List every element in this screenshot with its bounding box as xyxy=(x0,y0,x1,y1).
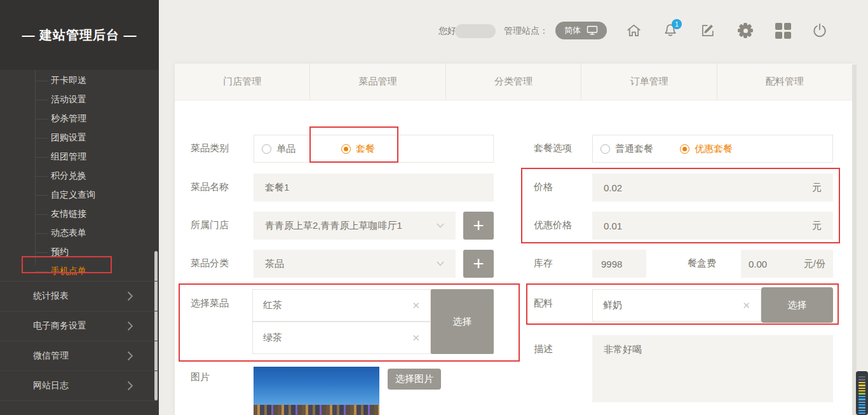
sidebar-item-points-exchange[interactable]: 积分兑换 xyxy=(0,169,159,183)
sidebar-item-activity-settings[interactable]: 活动设置 xyxy=(0,93,159,107)
apps-button[interactable] xyxy=(773,21,792,40)
sidebar-item-dynamic-form[interactable]: 动态表单 xyxy=(0,226,159,240)
tree-tick xyxy=(35,176,48,177)
box-fee-input[interactable]: 0.00 元/份 xyxy=(741,250,833,278)
sidebar-section-wechat-management[interactable]: 微信管理 xyxy=(0,341,159,371)
discount-price-label: 优惠价格 xyxy=(534,219,572,231)
radio-discount-combo[interactable]: 优惠套餐 xyxy=(680,143,733,155)
radio-icon xyxy=(262,144,271,154)
grid-icon xyxy=(775,23,791,39)
tree-tick xyxy=(35,138,48,139)
select-image-button[interactable]: 选择图片 xyxy=(388,369,441,390)
sidebar-item-flash-sale[interactable]: 秒杀管理 xyxy=(0,112,159,126)
ingredient-label: 配料 xyxy=(534,297,553,310)
sidebar-item-custom-query[interactable]: 自定义查询 xyxy=(0,188,159,202)
tab-dish-management[interactable]: 菜品管理 xyxy=(309,64,445,100)
sidebar-item-mobile-ordering[interactable]: 手机点单 xyxy=(0,264,159,278)
store-value: 青青原上草2,青青原上草咖啡厅1 xyxy=(265,220,402,232)
radio-single-dish[interactable]: 单品 xyxy=(262,143,295,155)
price-unit: 元 xyxy=(812,182,822,194)
tab-ingredient-management[interactable]: 配料管理 xyxy=(717,64,852,100)
top-header: 您好 管理站点： 简体 1 xyxy=(159,0,868,64)
button-label: 选择 xyxy=(788,299,807,311)
sidebar-item-label: 团购设置 xyxy=(51,132,86,144)
combo-option-radio-group: 普通套餐 优惠套餐 xyxy=(592,135,833,163)
tree-tick xyxy=(35,195,48,196)
logout-button[interactable] xyxy=(810,21,829,40)
greeting-text: 您好 xyxy=(438,25,456,37)
tree-tick xyxy=(35,119,48,119)
select-ingredient-button[interactable]: 选择 xyxy=(761,287,833,323)
tree-tick xyxy=(35,81,48,81)
store-select[interactable]: 青青原上草2,青青原上草咖啡厅1 xyxy=(254,212,456,240)
monitor-icon xyxy=(587,25,598,36)
classification-select[interactable]: 茶品 xyxy=(254,250,456,278)
sidebar-item-reservation[interactable]: 预约 xyxy=(0,245,159,259)
sidebar: — 建站管理后台 — 开卡即送 活动设置 秒杀管理 团购设置 组团管理 积分兑换… xyxy=(0,0,159,415)
settings-button[interactable] xyxy=(736,21,755,40)
discount-price-unit: 元 xyxy=(812,220,822,232)
language-site-button[interactable]: 简体 xyxy=(555,22,607,39)
section-label: 微信管理 xyxy=(33,350,69,362)
radio-icon-selected xyxy=(341,144,351,154)
select-dishes-button[interactable]: 选择 xyxy=(431,289,494,354)
sidebar-tree-menu: 开卡即送 活动设置 秒杀管理 团购设置 组团管理 积分兑换 自定义查询 友情链接… xyxy=(0,70,159,278)
sidebar-item-free-with-card[interactable]: 开卡即送 xyxy=(0,74,159,88)
tree-tick xyxy=(35,100,48,100)
chevron-right-icon xyxy=(127,291,133,301)
description-textarea[interactable]: 非常好喝 xyxy=(592,335,833,402)
selected-dish-value: 红茶 xyxy=(263,299,282,311)
price-value: 0.02 xyxy=(604,182,622,193)
led-meter-widget xyxy=(856,371,868,415)
managed-site-label: 管理站点： xyxy=(504,25,548,37)
image-label: 图片 xyxy=(191,371,210,383)
price-input[interactable]: 0.02 元 xyxy=(592,173,833,201)
edit-button[interactable] xyxy=(698,21,717,40)
sidebar-sections: 统计报表 电子商务设置 微信管理 网站日志 xyxy=(0,281,159,401)
sidebar-item-friend-links[interactable]: 友情链接 xyxy=(0,207,159,221)
selected-dish-row: 红茶 ✕ xyxy=(252,289,431,322)
sidebar-section-ecommerce-settings[interactable]: 电子商务设置 xyxy=(0,311,159,341)
button-label: 选择 xyxy=(453,316,472,328)
sidebar-section-site-logs[interactable]: 网站日志 xyxy=(0,371,159,401)
panel-scrollbar[interactable] xyxy=(852,65,857,415)
dish-name-input[interactable]: 套餐1 xyxy=(254,173,494,201)
tree-tick xyxy=(35,271,48,272)
tab-category-management[interactable]: 分类管理 xyxy=(445,64,581,100)
sidebar-item-group-buy-settings[interactable]: 团购设置 xyxy=(0,131,159,145)
chevron-right-icon xyxy=(127,351,133,361)
tab-store-management[interactable]: 门店管理 xyxy=(175,64,309,100)
add-classification-button[interactable]: + xyxy=(463,250,494,278)
dish-type-radio-group: 单品 套餐 xyxy=(254,135,494,163)
sidebar-item-label: 手机点单 xyxy=(51,266,86,277)
remove-ingredient-icon[interactable]: ✕ xyxy=(742,300,750,311)
button-label: 选择图片 xyxy=(395,373,433,385)
content-panel: 门店管理 菜品管理 分类管理 订单管理 配料管理 菜品类别 单品 套餐 菜品名称… xyxy=(175,64,852,415)
home-button[interactable] xyxy=(624,21,643,40)
radio-normal-combo[interactable]: 普通套餐 xyxy=(600,143,653,155)
notification-badge: 1 xyxy=(672,19,682,29)
chevron-down-icon xyxy=(437,223,444,228)
discount-price-input[interactable]: 0.01 元 xyxy=(592,212,833,240)
classification-value: 茶品 xyxy=(265,258,284,270)
tree-tick xyxy=(35,157,48,158)
ingredient-value: 鲜奶 xyxy=(603,299,622,311)
stock-input[interactable]: 9998 xyxy=(592,250,646,278)
box-fee-label: 餐盒费 xyxy=(688,257,716,269)
radio-combo-dish[interactable]: 套餐 xyxy=(341,143,375,155)
section-label: 统计报表 xyxy=(33,290,69,302)
chevron-right-icon xyxy=(127,381,133,391)
remove-dish-icon[interactable]: ✕ xyxy=(412,332,420,344)
username-redacted xyxy=(455,24,496,38)
dish-type-label: 菜品类别 xyxy=(191,142,229,154)
tab-order-management[interactable]: 订单管理 xyxy=(581,64,716,100)
home-icon xyxy=(625,22,642,39)
ingredient-input[interactable]: 鲜奶 ✕ xyxy=(592,289,761,322)
sidebar-item-group-management[interactable]: 组团管理 xyxy=(0,150,159,164)
radio-label: 普通套餐 xyxy=(615,143,653,155)
add-store-button[interactable]: + xyxy=(463,212,494,240)
box-fee-value: 0.00 xyxy=(749,259,767,269)
sidebar-item-label: 组团管理 xyxy=(51,151,86,163)
sidebar-section-statistics[interactable]: 统计报表 xyxy=(0,282,159,311)
remove-dish-icon[interactable]: ✕ xyxy=(412,300,420,311)
